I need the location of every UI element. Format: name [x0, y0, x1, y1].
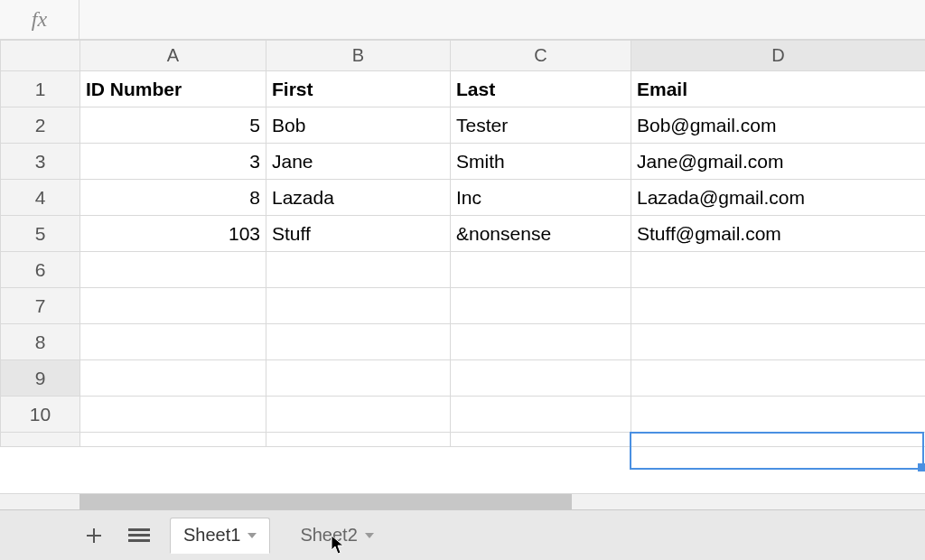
cell[interactable]	[266, 324, 451, 360]
table-row: 10	[1, 397, 926, 433]
cell[interactable]: Stuff	[266, 216, 451, 252]
svg-rect-1	[128, 534, 150, 537]
horizontal-scrollbar[interactable]	[0, 493, 925, 509]
sheet-tab-bar: Sheet1 Sheet2	[0, 509, 925, 560]
cell[interactable]: Email	[631, 71, 926, 107]
cell[interactable]: Jane	[266, 144, 451, 180]
cell[interactable]: Inc	[451, 180, 631, 216]
chevron-down-icon[interactable]	[248, 533, 257, 538]
sheet-tab-label: Sheet2	[300, 525, 357, 546]
cell[interactable]: 8	[80, 180, 266, 216]
row-header[interactable]: 4	[1, 180, 80, 216]
table-row: 9	[1, 360, 926, 397]
cell[interactable]: Stuff@gmail.com	[631, 216, 926, 252]
spreadsheet-grid[interactable]: A B C D 1 ID Number First Last Email 2 5…	[0, 40, 925, 493]
table-row: 5 103 Stuff &nonsense Stuff@gmail.com	[1, 216, 926, 252]
row-header[interactable]: 5	[1, 216, 80, 252]
row-header[interactable]: 9	[1, 360, 80, 397]
table-row: 2 5 Bob Tester Bob@gmail.com	[1, 107, 926, 144]
row-header[interactable]: 3	[1, 144, 80, 180]
cell[interactable]	[80, 360, 266, 397]
cell[interactable]	[451, 288, 631, 324]
table-row	[1, 433, 926, 447]
cell[interactable]	[80, 397, 266, 433]
col-header-A[interactable]: A	[80, 41, 266, 71]
column-header-row: A B C D	[1, 41, 926, 71]
col-header-B[interactable]: B	[266, 41, 451, 71]
cell[interactable]	[631, 288, 926, 324]
row-header[interactable]: 2	[1, 107, 80, 144]
formula-bar: fx	[0, 0, 925, 40]
row-header[interactable]: 10	[1, 397, 80, 433]
cell[interactable]	[631, 397, 926, 433]
scrollbar-thumb[interactable]	[79, 494, 572, 509]
cell[interactable]: Lazada	[266, 180, 451, 216]
table-row: 7	[1, 288, 926, 324]
row-header[interactable]: 6	[1, 252, 80, 288]
cell[interactable]: Smith	[451, 144, 631, 180]
row-header[interactable]: 7	[1, 288, 80, 324]
fill-handle[interactable]	[918, 463, 925, 471]
table-row: 1 ID Number First Last Email	[1, 71, 926, 107]
cell[interactable]	[266, 433, 451, 447]
cell[interactable]: Bob	[266, 107, 451, 144]
cell[interactable]	[266, 288, 451, 324]
cell[interactable]: &nonsense	[451, 216, 631, 252]
table-row: 8	[1, 324, 926, 360]
cell[interactable]	[80, 288, 266, 324]
cell[interactable]	[80, 433, 266, 447]
cell[interactable]	[80, 252, 266, 288]
cell[interactable]: 3	[80, 144, 266, 180]
cell[interactable]	[451, 433, 631, 447]
chevron-down-icon[interactable]	[365, 533, 374, 538]
table-row: 4 8 Lazada Inc Lazada@gmail.com	[1, 180, 926, 216]
cell[interactable]: 5	[80, 107, 266, 144]
formula-input[interactable]	[79, 0, 925, 39]
cell[interactable]: 103	[80, 216, 266, 252]
cell[interactable]	[266, 397, 451, 433]
cell[interactable]	[80, 324, 266, 360]
cell[interactable]: Jane@gmail.com	[631, 144, 926, 180]
cell[interactable]	[631, 324, 926, 360]
fx-label: fx	[0, 0, 79, 39]
cell[interactable]: Lazada@gmail.com	[631, 180, 926, 216]
cell[interactable]: Tester	[451, 107, 631, 144]
cell[interactable]	[266, 252, 451, 288]
cell[interactable]	[631, 360, 926, 397]
sheet-tab[interactable]: Sheet2	[286, 518, 387, 554]
cell[interactable]: First	[266, 71, 451, 107]
svg-rect-2	[128, 539, 150, 542]
cell[interactable]: ID Number	[80, 71, 266, 107]
cell[interactable]	[451, 324, 631, 360]
sheet-tab-label: Sheet1	[183, 525, 240, 546]
cell[interactable]	[631, 433, 926, 447]
cell[interactable]: Last	[451, 71, 631, 107]
col-header-D[interactable]: D	[631, 41, 926, 71]
cell[interactable]	[451, 397, 631, 433]
scrollbar-track[interactable]	[79, 494, 925, 509]
row-header[interactable]: 8	[1, 324, 80, 360]
col-header-C[interactable]: C	[451, 41, 631, 71]
table-row: 6	[1, 252, 926, 288]
select-all-corner[interactable]	[1, 41, 80, 71]
svg-rect-0	[128, 528, 150, 531]
all-sheets-button[interactable]	[125, 521, 154, 550]
cell[interactable]	[451, 360, 631, 397]
cell[interactable]: Bob@gmail.com	[631, 107, 926, 144]
table-row: 3 3 Jane Smith Jane@gmail.com	[1, 144, 926, 180]
cell[interactable]	[451, 252, 631, 288]
cell[interactable]	[266, 360, 451, 397]
row-header[interactable]	[1, 433, 80, 447]
cell[interactable]	[631, 252, 926, 288]
add-sheet-button[interactable]	[79, 521, 108, 550]
row-header[interactable]: 1	[1, 71, 80, 107]
sheet-tab[interactable]: Sheet1	[170, 518, 270, 554]
